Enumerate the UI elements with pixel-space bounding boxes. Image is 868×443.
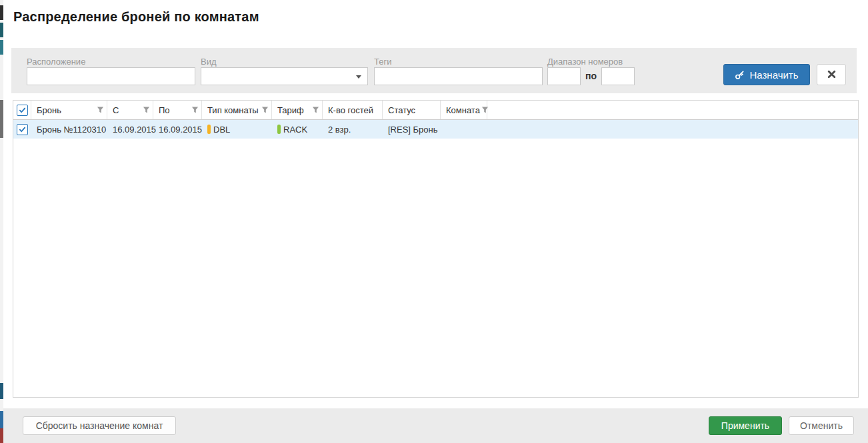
column-header-to[interactable]: По (153, 101, 202, 119)
range-to-label: по (585, 71, 597, 81)
dialog-footer: Сбросить назначение комнат Применить Отм… (3, 408, 868, 443)
tags-label: Теги (374, 57, 391, 67)
status-cell: [RES] Бронь (383, 120, 441, 139)
column-header-room[interactable]: Комната (441, 101, 487, 119)
room-type-cell: DBL (202, 120, 272, 139)
location-label: Расположение (27, 57, 85, 67)
filter-icon[interactable] (97, 106, 104, 114)
booking-cell: Бронь №1120310 (31, 120, 107, 139)
rate-cell: RACK (272, 120, 323, 139)
filter-icon[interactable] (312, 106, 319, 114)
view-label: Вид (201, 57, 217, 67)
table-header-row: Бронь С По Тип комнаты Тариф (13, 101, 858, 120)
select-all-checkbox[interactable] (17, 105, 28, 116)
filter-bar: Расположение Вид Теги Диапазон номеров п… (11, 48, 857, 93)
range-to-input[interactable] (601, 67, 635, 85)
column-header-booking[interactable]: Бронь (31, 101, 107, 119)
filter-icon[interactable] (261, 106, 269, 114)
view-dropdown[interactable] (201, 67, 368, 85)
column-header-guests[interactable]: К-во гостей (323, 101, 383, 119)
guests-cell: 2 взр. (323, 120, 383, 139)
filter-icon[interactable] (191, 106, 199, 114)
column-header-filler (487, 101, 858, 119)
reset-assignment-button[interactable]: Сбросить назначение комнат (23, 416, 176, 435)
table-row[interactable]: Бронь №1120310 16.09.2015 16.09.2015 DBL… (13, 120, 858, 139)
assign-button-label: Назначить (749, 69, 798, 81)
date-from-cell: 16.09.2015 (107, 120, 153, 139)
range-label: Диапазон номеров (547, 57, 623, 67)
select-all-cell (13, 101, 31, 119)
apply-button[interactable]: Применить (709, 416, 782, 435)
rate-color-marker (277, 125, 281, 134)
row-select-cell (13, 120, 31, 139)
location-input[interactable] (27, 67, 195, 85)
column-header-room-type[interactable]: Тип комнаты (202, 101, 272, 119)
room-cell (441, 120, 487, 139)
page-title: Распределение броней по комнатам (13, 9, 259, 25)
column-header-from[interactable]: С (107, 101, 153, 119)
date-to-cell: 16.09.2015 (153, 120, 202, 139)
key-icon (735, 70, 745, 80)
range-from-input[interactable] (547, 67, 581, 85)
column-header-rate[interactable]: Тариф (272, 101, 323, 119)
tags-input[interactable] (374, 67, 543, 85)
clear-filters-button[interactable] (817, 64, 846, 85)
assign-button[interactable]: Назначить (723, 64, 810, 85)
close-icon (827, 69, 836, 81)
filter-icon[interactable] (143, 106, 150, 114)
background-window-edge (0, 0, 3, 443)
cancel-button[interactable]: Отменить (789, 416, 854, 435)
room-type-color-marker (207, 125, 211, 134)
column-header-status[interactable]: Статус (383, 101, 441, 119)
row-checkbox[interactable] (17, 124, 28, 135)
chevron-down-icon (356, 75, 361, 79)
bookings-table: Бронь С По Тип комнаты Тариф (13, 100, 859, 398)
